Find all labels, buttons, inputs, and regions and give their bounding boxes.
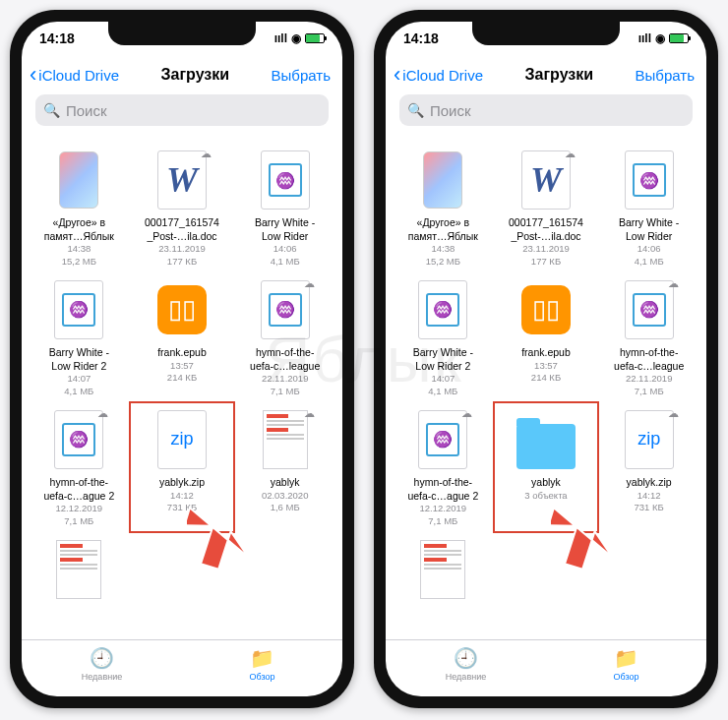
tab-recent[interactable]: 🕘 Недавние xyxy=(386,640,546,687)
file-size: 7,1 МБ xyxy=(64,515,93,527)
file-thumbnail: ☁︎ xyxy=(256,407,315,472)
file-thumbnail: ♒ xyxy=(49,277,108,342)
file-name: Barry White - xyxy=(30,346,129,360)
cloud-download-icon: ☁︎ xyxy=(668,277,679,290)
file-item[interactable]: ♒ Barry White - Low Rider 14:06 4,1 МБ xyxy=(597,144,700,271)
file-item[interactable]: ☁︎♒ hymn-of-the- uefa-c…league 22.11.201… xyxy=(233,273,336,401)
file-item[interactable]: ▯▯ frank.epub 13:57 214 КБ xyxy=(495,273,598,401)
status-time: 14:18 xyxy=(39,30,75,46)
file-name: yablyk.zip xyxy=(133,476,232,490)
nav-title: Загрузки xyxy=(160,66,229,84)
file-item[interactable] xyxy=(392,533,495,610)
file-name: hymn-of-the- xyxy=(394,476,493,490)
tab-browse-label: Обзор xyxy=(614,672,639,682)
tab-browse-label: Обзор xyxy=(250,672,275,682)
cloud-download-icon: ☁︎ xyxy=(565,148,576,160)
cloud-download-icon: ☁︎ xyxy=(461,407,472,420)
file-item[interactable]: ☁︎♒ hymn-of-the- uefa-c…league 22.11.201… xyxy=(597,273,700,401)
file-item[interactable]: «Другое» в памят…Яблык 14:38 15,2 МБ xyxy=(28,144,131,271)
file-date: 22.11.2019 xyxy=(262,373,309,385)
file-name-2: uefa-c…ague 2 xyxy=(394,490,493,504)
file-thumbnail: ☁︎♒ xyxy=(49,407,108,472)
search-icon: 🔍 xyxy=(407,102,424,118)
file-thumbnail: ☁︎zip xyxy=(620,407,679,472)
tab-recent[interactable]: 🕘 Недавние xyxy=(22,640,182,687)
file-date: 14:38 xyxy=(67,243,91,255)
file-thumbnail xyxy=(49,537,108,602)
file-item[interactable]: yablyk 3 объекта xyxy=(493,401,600,533)
file-date: 12.12.2019 xyxy=(420,503,467,514)
select-button[interactable]: Выбрать xyxy=(636,67,698,84)
file-item[interactable]: zip yablyk.zip 14:12 731 КБ xyxy=(129,401,236,533)
file-name-2: _Post-…ila.doc xyxy=(497,230,596,244)
file-item[interactable] xyxy=(28,533,131,610)
file-size: 7,1 МБ xyxy=(271,386,300,397)
file-size: 731 КБ xyxy=(635,502,664,513)
file-item[interactable]: ☁︎♒ hymn-of-the- uefa-c…ague 2 12.12.201… xyxy=(392,403,495,531)
file-size: 731 КБ xyxy=(167,502,197,513)
file-item[interactable]: ☁︎W 000177_161574 _Post-…ila.doc 23.11.2… xyxy=(495,144,598,271)
file-name: «Другое» в xyxy=(30,216,129,230)
file-item[interactable]: ♒ Barry White - Low Rider 2 14:07 4,1 МБ xyxy=(28,273,131,401)
search-input[interactable]: 🔍 Поиск xyxy=(35,94,329,126)
tab-browse[interactable]: 📁 Обзор xyxy=(546,640,706,687)
file-size: 214 КБ xyxy=(531,372,561,384)
file-name: hymn-of-the- xyxy=(599,346,698,360)
file-name-2: uefa-c…ague 2 xyxy=(30,490,129,504)
tab-browse[interactable]: 📁 Обзор xyxy=(182,640,342,687)
file-date: 23.11.2019 xyxy=(158,243,206,255)
file-size: 15,2 МБ xyxy=(62,256,96,268)
file-name-2: Low Rider xyxy=(599,230,698,244)
file-item[interactable]: ♒ Barry White - Low Rider 2 14:07 4,1 МБ xyxy=(392,273,495,401)
tab-bar: 🕘 Недавние 📁 Обзор xyxy=(22,639,342,696)
file-date: 23.11.2019 xyxy=(522,243,570,255)
clock-icon: 🕘 xyxy=(454,646,478,670)
file-size: 7,1 МБ xyxy=(635,386,664,397)
file-size: 4,1 МБ xyxy=(64,386,93,397)
battery-icon xyxy=(669,33,689,43)
nav-bar: ‹ iCloud Drive Загрузки Выбрать xyxy=(22,55,342,94)
file-thumbnail xyxy=(516,407,576,472)
file-name-2: памят…Яблык xyxy=(394,230,493,244)
file-name: Barry White - xyxy=(394,346,493,360)
folder-icon: 📁 xyxy=(614,646,638,670)
file-thumbnail xyxy=(413,537,472,602)
phone-right: 14:18 ııll ◉ ‹ iCloud Drive Загрузки Выб… xyxy=(374,10,718,708)
chevron-left-icon: ‹ xyxy=(30,62,36,88)
file-name-2: памят…Яблык xyxy=(30,230,129,244)
file-date: 14:38 xyxy=(431,243,455,255)
file-item[interactable]: «Другое» в памят…Яблык 14:38 15,2 МБ xyxy=(392,144,495,271)
file-item[interactable]: ☁︎zip yablyk.zip 14:12 731 КБ xyxy=(597,403,700,531)
cloud-download-icon: ☁︎ xyxy=(201,148,212,160)
tab-recent-label: Недавние xyxy=(446,672,486,682)
back-button[interactable]: ‹ iCloud Drive xyxy=(394,62,483,88)
file-item[interactable]: ♒ Barry White - Low Rider 14:06 4,1 МБ xyxy=(233,144,336,271)
file-name: Barry White - xyxy=(235,216,334,230)
file-name: «Другое» в xyxy=(394,216,493,230)
back-label: iCloud Drive xyxy=(402,67,483,84)
file-name: hymn-of-the- xyxy=(235,346,334,360)
file-item[interactable]: ☁︎W 000177_161574 _Post-…ila.doc 23.11.2… xyxy=(131,144,234,271)
file-thumbnail xyxy=(49,148,108,212)
file-name-2: _Post-…ila.doc xyxy=(133,230,232,244)
folder-icon: 📁 xyxy=(250,646,274,670)
back-button[interactable]: ‹ iCloud Drive xyxy=(30,62,119,88)
search-placeholder: Поиск xyxy=(430,102,471,119)
file-grid: «Другое» в памят…Яблык 14:38 15,2 МБ ☁︎W… xyxy=(386,134,706,639)
search-input[interactable]: 🔍 Поиск xyxy=(399,94,693,126)
file-thumbnail: ☁︎♒ xyxy=(413,407,472,472)
select-button[interactable]: Выбрать xyxy=(272,67,334,84)
cloud-download-icon: ☁︎ xyxy=(97,407,108,420)
file-item[interactable]: ☁︎♒ hymn-of-the- uefa-c…ague 2 12.12.201… xyxy=(28,403,131,531)
file-item[interactable]: ☁︎ yablyk 02.03.2020 1,6 МБ xyxy=(233,403,336,531)
file-date: 14:12 xyxy=(170,490,194,502)
file-thumbnail: ☁︎W xyxy=(152,148,212,212)
file-name: frank.epub xyxy=(133,346,232,360)
file-thumbnail: zip xyxy=(152,407,212,472)
file-item[interactable]: ▯▯ frank.epub 13:57 214 КБ xyxy=(131,273,234,401)
file-date: 22.11.2019 xyxy=(626,373,673,385)
battery-icon xyxy=(305,33,325,43)
file-size: 4,1 МБ xyxy=(428,386,457,397)
file-date: 14:07 xyxy=(67,373,91,385)
file-name: yablyk.zip xyxy=(599,476,698,490)
